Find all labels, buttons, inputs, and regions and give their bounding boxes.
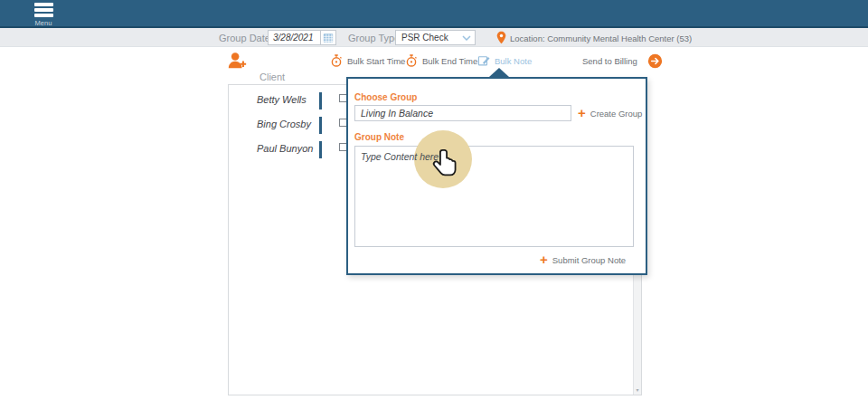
stopwatch-icon [330, 54, 343, 67]
note-placeholder: Type Content here [361, 151, 439, 162]
bulk-note-popup: Choose Group Living In Balance + Create … [346, 77, 647, 275]
chevron-down-icon [462, 35, 471, 41]
row-divider [319, 117, 322, 134]
submit-group-note-label: Submit Group Note [552, 255, 626, 265]
location-pin-icon [496, 31, 506, 48]
group-date-value: 3/28/2021 [269, 33, 320, 43]
group-type-select[interactable]: PSR Check [395, 30, 476, 45]
menu-label: Menu [31, 19, 56, 27]
create-group-button[interactable]: + Create Group [578, 107, 642, 119]
scroll-down-arrow[interactable]: ▾ [634, 387, 641, 393]
session-toolbar: Group Date: 3/28/2021 Group Type: PSR Ch… [0, 28, 868, 47]
choose-group-label: Choose Group [354, 92, 417, 102]
top-nav-bar: Menu [0, 0, 868, 28]
bulk-note-button[interactable]: Bulk Note [477, 54, 532, 67]
arrow-right-icon [647, 53, 663, 69]
bulk-note-label: Bulk Note [495, 56, 532, 66]
menu-button[interactable]: Menu [31, 3, 56, 27]
send-to-billing-button[interactable]: Send to Billing [582, 53, 663, 69]
group-type-value: PSR Check [396, 33, 462, 43]
location-text: Location: Community Mental Health Center… [510, 33, 692, 43]
send-to-billing-label: Send to Billing [582, 56, 637, 66]
calendar-icon-glyph [323, 33, 334, 43]
hand-cursor-icon [430, 148, 461, 182]
plus-icon: + [540, 253, 548, 266]
person-add-icon [226, 50, 248, 71]
edit-note-icon [477, 54, 490, 67]
group-note-label: Group Note [354, 132, 404, 142]
add-client-button[interactable] [226, 50, 248, 75]
app-root: Menu Group Date: 3/28/2021 Group Type: P… [0, 0, 868, 400]
group-date-input[interactable]: 3/28/2021 [268, 30, 336, 45]
client-name: Betty Wells [257, 94, 307, 105]
group-date-label: Group Date: [219, 33, 273, 43]
create-group-label: Create Group [590, 109, 643, 119]
calendar-icon[interactable] [320, 31, 335, 44]
plus-icon: + [578, 107, 586, 119]
client-name: Paul Bunyon [257, 143, 313, 154]
popup-callout-arrow [489, 68, 509, 77]
row-divider [319, 92, 322, 110]
row-divider [319, 141, 322, 158]
group-name-value: Living In Balance [355, 108, 433, 119]
submit-group-note-button[interactable]: + Submit Group Note [540, 253, 626, 266]
group-note-textarea[interactable]: Type Content here [354, 146, 634, 247]
stopwatch-icon [405, 54, 418, 67]
client-column-header: Client [259, 71, 285, 82]
hamburger-icon [31, 3, 56, 17]
bulk-start-time-label: Bulk Start Time [347, 56, 405, 66]
bulk-start-time-button[interactable]: Bulk Start Time [330, 54, 405, 67]
group-name-input[interactable]: Living In Balance [354, 105, 571, 121]
client-name: Bing Crosby [257, 119, 311, 129]
bulk-end-time-button[interactable]: Bulk End Time [405, 54, 477, 67]
bulk-end-time-label: Bulk End Time [422, 56, 477, 66]
